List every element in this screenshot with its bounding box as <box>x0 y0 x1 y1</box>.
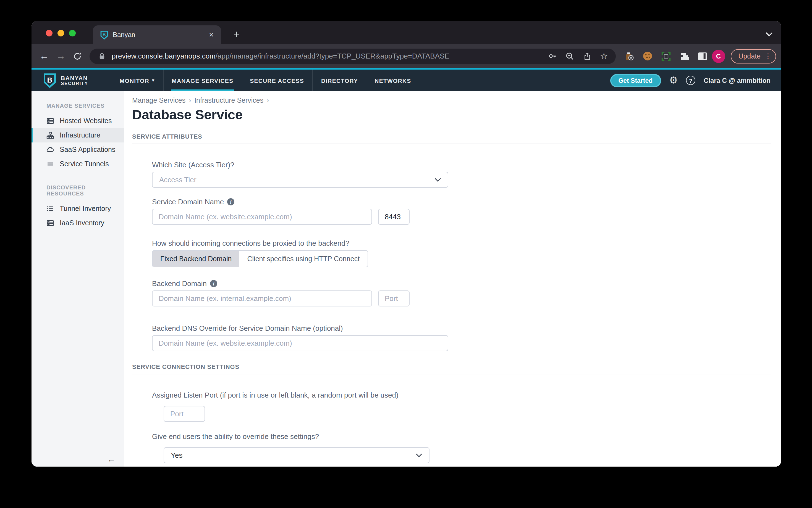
brand-line1: BANYAN <box>61 75 88 81</box>
cookie-extension-icon[interactable] <box>642 50 654 62</box>
svg-text:B: B <box>102 32 105 37</box>
banyan-header: B BANYAN SECURITY MONITOR ▾ MANAGE SERVI… <box>32 70 781 91</box>
listen-port-input[interactable] <box>164 406 205 422</box>
service-domain-row <box>152 209 771 225</box>
profile-avatar[interactable]: C <box>712 49 725 63</box>
user-menu[interactable]: Clara C @ ammbition <box>704 77 771 84</box>
service-domain-input[interactable] <box>152 209 372 225</box>
backend-proxy-toggle: Fixed Backend Domain Client specifies us… <box>152 250 368 267</box>
access-tier-placeholder: Access Tier <box>159 176 434 184</box>
sidebar-spacer <box>32 171 124 184</box>
monitor-caret-icon: ▾ <box>152 78 154 83</box>
bookmark-star-icon[interactable]: ☆ <box>600 52 608 60</box>
section-service-attributes: SERVICE ATTRIBUTES <box>132 133 771 140</box>
screenshot-extension-icon[interactable] <box>660 50 672 62</box>
settings-gear-icon[interactable]: ⚙ <box>669 76 678 85</box>
backend-port-input[interactable] <box>378 290 410 306</box>
info-icon[interactable]: i <box>210 280 217 287</box>
side-panel-icon[interactable] <box>696 50 708 62</box>
desktop: B Banyan ✕ + ← → <box>0 0 812 508</box>
sidebar-collapse-icon[interactable]: ← <box>107 455 116 464</box>
tab-close-icon[interactable]: ✕ <box>207 31 216 38</box>
section-connection-settings: SERVICE CONNECTION SETTINGS <box>132 363 771 370</box>
main-content: Manage Services › Infrastructure Service… <box>124 91 781 467</box>
url-domain: preview.console.banyanops.com <box>112 52 216 60</box>
browser-toolbar: ← → preview.console.banyanops.com/app/ma… <box>32 44 781 68</box>
new-tab-button[interactable]: + <box>229 27 244 41</box>
override-label: Give end users the ability to override t… <box>152 432 771 440</box>
sidebar-heading-manage-services: MANAGE SERVICES <box>46 103 124 109</box>
help-icon[interactable]: ? <box>686 76 695 85</box>
header-right: Get Started ⚙ ? Clara C @ ammbition <box>610 70 771 91</box>
sidebar-item-service-tunnels[interactable]: Service Tunnels <box>32 157 124 171</box>
url-text[interactable]: preview.console.banyanops.com/app/manage… <box>112 52 543 60</box>
password-key-icon[interactable] <box>549 52 557 60</box>
address-bar[interactable]: preview.console.banyanops.com/app/manage… <box>89 48 616 64</box>
cloud-icon <box>46 146 54 154</box>
chevron-down-icon <box>416 453 422 457</box>
minimize-window-button[interactable] <box>57 30 64 36</box>
toggle-fixed-backend-domain[interactable]: Fixed Backend Domain <box>153 251 239 267</box>
chevron-down-icon <box>434 178 441 182</box>
breadcrumb: Manage Services › Infrastructure Service… <box>132 97 771 104</box>
nav-monitor[interactable]: MONITOR ▾ <box>111 70 163 91</box>
brand-line2: SECURITY <box>61 81 88 86</box>
omnibox-actions: ☆ <box>549 52 608 60</box>
nav-directory[interactable]: DIRECTORY <box>313 70 366 91</box>
page-title: Database Service <box>132 107 771 123</box>
nav-manage-services[interactable]: MANAGE SERVICES <box>163 70 241 91</box>
extensions-puzzle-icon[interactable] <box>678 50 690 62</box>
service-form: Which Site (Access Tier)? Access Tier Se… <box>152 161 771 351</box>
browser-tab[interactable]: B Banyan ✕ <box>93 26 221 44</box>
tab-strip: B Banyan ✕ + <box>32 21 781 44</box>
sidebar-item-tunnel-inventory[interactable]: Tunnel Inventory <box>32 202 124 216</box>
list-icon <box>46 205 54 213</box>
banyan-shield-icon: B <box>43 73 56 88</box>
close-window-button[interactable] <box>46 30 52 36</box>
zoom-window-button[interactable] <box>69 30 76 36</box>
page-body: MANAGE SERVICES Hosted Websites Infrastr… <box>32 91 781 467</box>
sidebar-heading-discovered-resources: DISCOVERED RESOURCES <box>46 184 124 197</box>
browser-menu-dots-icon[interactable]: ⋮ <box>765 52 772 60</box>
tab-search-chevron-icon[interactable] <box>766 29 773 39</box>
back-icon[interactable]: ← <box>37 48 52 64</box>
site-label: Which Site (Access Tier)? <box>152 161 771 169</box>
forward-icon[interactable]: → <box>53 48 69 64</box>
url-path: /app/manage/infrastructure/add?type=TCP_… <box>216 52 450 60</box>
nav-secure-access[interactable]: SECURE ACCESS <box>241 70 312 91</box>
camera-extension-icon[interactable] <box>623 50 635 62</box>
access-tier-select[interactable]: Access Tier <box>152 172 448 188</box>
section-divider <box>132 143 771 144</box>
override-select[interactable]: Yes <box>164 447 429 463</box>
share-icon[interactable] <box>583 52 592 60</box>
service-port-input[interactable] <box>378 209 410 225</box>
sidebar-item-saas-applications[interactable]: SaaS Applications <box>32 142 124 157</box>
breadcrumb-separator: › <box>267 97 269 104</box>
dns-override-label: Backend DNS Override for Service Domain … <box>152 324 771 332</box>
banyan-logo[interactable]: B BANYAN SECURITY <box>43 70 88 91</box>
zoom-out-icon[interactable] <box>566 52 575 60</box>
sidebar-item-hosted-websites[interactable]: Hosted Websites <box>32 114 124 128</box>
server-icon <box>46 219 54 227</box>
breadcrumb-infrastructure-services[interactable]: Infrastructure Services <box>194 97 263 104</box>
section-divider <box>132 374 771 374</box>
service-domain-label: Service Domain Name i <box>152 198 771 206</box>
reload-icon[interactable] <box>70 48 85 64</box>
info-icon[interactable]: i <box>227 198 234 205</box>
sidebar-item-infrastructure[interactable]: Infrastructure <box>32 128 124 142</box>
breadcrumb-separator: › <box>189 97 191 104</box>
backend-domain-input[interactable] <box>152 290 372 306</box>
sitemap-icon <box>46 131 54 139</box>
banyan-favicon: B <box>100 30 108 39</box>
update-chrome-button[interactable]: Update ⋮ <box>731 49 776 63</box>
sidebar-item-iaas-inventory[interactable]: IaaS Inventory <box>32 216 124 230</box>
browser-window: B Banyan ✕ + ← → <box>32 21 781 467</box>
get-started-button[interactable]: Get Started <box>610 74 661 87</box>
proxy-question-label: How should incoming connections be proxi… <box>152 239 771 247</box>
override-value: Yes <box>171 451 416 459</box>
breadcrumb-manage-services[interactable]: Manage Services <box>132 97 186 104</box>
lock-icon <box>97 52 106 60</box>
nav-networks[interactable]: NETWORKS <box>366 70 419 91</box>
dns-override-input[interactable] <box>152 335 448 351</box>
toggle-client-http-connect[interactable]: Client specifies using HTTP Connect <box>239 251 367 267</box>
